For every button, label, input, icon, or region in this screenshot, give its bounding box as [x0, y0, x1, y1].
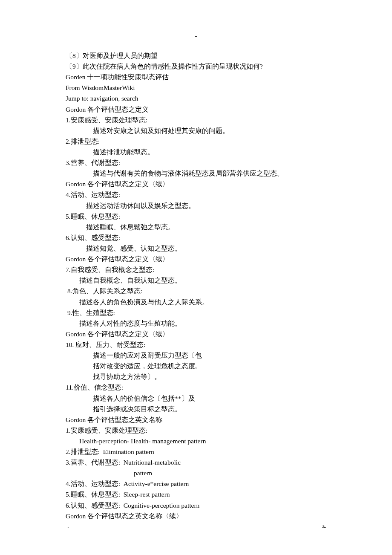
- text-line: 括对改变的适应，处理危机之态度,: [66, 361, 332, 371]
- page-footer-right: z.: [322, 521, 326, 531]
- text-line: Health-perception- Health- management pa…: [66, 436, 332, 446]
- text-line: 描述自我概念、自我认知之型态。: [66, 275, 332, 286]
- text-line: 8.角色、人际关系之型态:: [66, 286, 332, 296]
- text-line: 描述排泄功能型态。: [66, 147, 332, 157]
- text-line: Gordon 各个评估型态之英文名称〈续〉: [66, 511, 332, 521]
- text-line: Jump to: navigation, search: [66, 93, 332, 104]
- page-footer-left: .: [67, 521, 69, 531]
- text-line: 4.活动、运动型态: Activity-e*ercise pattern: [66, 478, 332, 489]
- text-line: 9.性、生殖型态:: [66, 307, 332, 318]
- text-line: 7.自我感受、自我概念之型态:: [66, 264, 332, 275]
- page-top-mark: -: [195, 31, 197, 41]
- text-line: 描述运动活动休闻以及娱乐之型态。: [66, 200, 332, 211]
- text-line: Gordon 各个评估型态之定义〈续〉: [66, 179, 332, 189]
- text-line: 描述对安康之认知及如何处理其安康的问题。: [66, 125, 332, 136]
- text-line: 指引选择或决策目标之型态。: [66, 404, 332, 414]
- text-line: 描述各人的角色扮演及与他人之人际关系。: [66, 297, 332, 307]
- text-line: From WisdomMasterWiki: [66, 82, 332, 93]
- text-line: 描述各人对性的态度与生殖功能。: [66, 318, 332, 329]
- text-line: Gorden 十一项功能性安康型态评估: [66, 72, 332, 82]
- text-line: Gordon 各个评估型态之定义: [66, 104, 332, 115]
- text-line: 4.活动、运动型态:: [66, 189, 332, 200]
- text-line: Gordon 各个评估型态之定义〈续〉: [66, 254, 332, 264]
- text-line: 5.睡眠、休息型态:: [66, 211, 332, 222]
- text-line: 6.认知、感受型态:: [66, 232, 332, 243]
- text-line: 2.排泄型态: Elimination pattern: [66, 446, 332, 457]
- text-line: 描述知觉、感受、认知之型态。: [66, 243, 332, 254]
- text-line: 1.安康感受、安康处理型态:: [66, 115, 332, 125]
- text-line: 3.营养、代谢型态: Nutritional-metabolic: [66, 457, 332, 468]
- text-line: 11.价值、信念型态:: [66, 382, 332, 393]
- text-line: 描述一般的应对及耐受压力型态〔包: [66, 350, 332, 361]
- text-line: 找寻协助之方法等〕。: [66, 371, 332, 382]
- text-line: 〔9〕此次住院在病人角色的情感性及操作性方面的呈现状况如何?: [66, 61, 332, 72]
- text-line: 描述与代谢有关的食物与液体消耗型态及局部营养供应之型态。: [66, 168, 332, 179]
- text-line: 描述睡眠、休息鬆弛之型态。: [66, 222, 332, 232]
- text-line: 10. 应对、压力、耐受型态:: [66, 339, 332, 350]
- text-line: 2.排泄型态:: [66, 136, 332, 147]
- text-line: 描述各人的价值信念〔包括**〕及: [66, 393, 332, 404]
- text-line: 3.营养、代谢型态:: [66, 157, 332, 168]
- text-line: Gordon 各个评估型态之英文名称: [66, 414, 332, 425]
- text-line: pattern: [66, 468, 332, 478]
- text-line: 5.睡眠、休息型态: Sleep-rest pattern: [66, 489, 332, 500]
- text-line: 1.安康感受、安康处理型态:: [66, 425, 332, 436]
- text-line: Gordon 各个评估型态之定义〈续〉: [66, 329, 332, 339]
- text-line: 〔8〕对医师及护理人员的期望: [66, 50, 332, 61]
- document-body: 〔8〕对医师及护理人员的期望〔9〕此次住院在病人角色的情感性及操作性方面的呈现状…: [0, 0, 392, 555]
- text-line: 6.认知、感受型态: Cognitive-perception pattern: [66, 500, 332, 511]
